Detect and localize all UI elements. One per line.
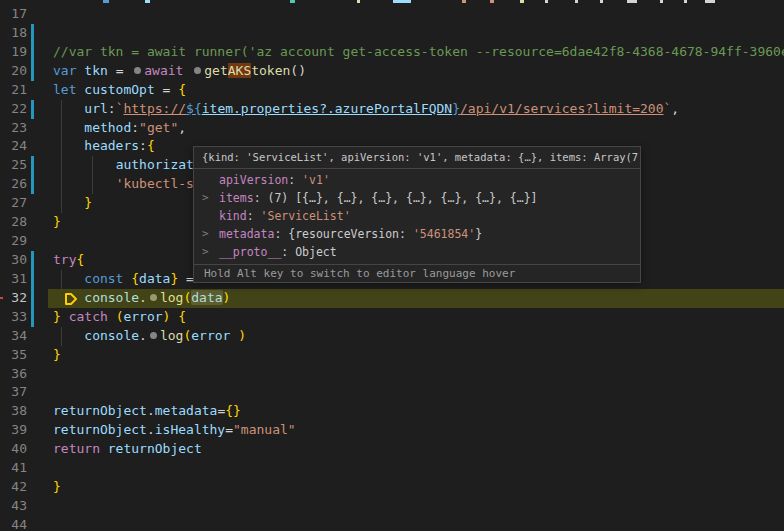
code-line-content[interactable]: method:"get", — [53, 119, 186, 138]
clipped-code-fragment — [462, 0, 466, 3]
code-line-content[interactable]: } — [53, 346, 61, 365]
code-line-20: 20var tkn = await getAKStoken() — [0, 62, 784, 81]
tooltip-property-row[interactable]: kind: 'ServiceList' — [194, 207, 640, 225]
line-number[interactable]: 24 — [0, 137, 27, 156]
line-number[interactable]: 43 — [0, 497, 27, 516]
code-line-content[interactable]: } — [53, 213, 61, 232]
code-line-content[interactable]: url:`https://${item.properties?.azurePor… — [53, 100, 679, 119]
line-number[interactable]: 44 — [0, 516, 27, 531]
code-line-content[interactable]: //var tkn = await runner('az account get… — [53, 43, 784, 62]
code-token: . — [147, 422, 155, 437]
clipped-code-fragment — [684, 0, 687, 3]
tooltip-token: Object — [295, 245, 337, 259]
code-token: metadata — [155, 403, 218, 418]
inline-breakpoint-dot[interactable] — [150, 332, 157, 339]
code-token: data — [191, 290, 222, 305]
line-number[interactable]: 41 — [0, 459, 27, 478]
line-number[interactable]: 28 — [0, 213, 27, 232]
inline-breakpoint-dot[interactable] — [194, 67, 201, 74]
line-number[interactable]: 38 — [0, 402, 27, 421]
line-number[interactable]: 30 — [0, 251, 27, 270]
tooltip-property-row[interactable]: >metadata: {resourceVersion: '5461854'} — [194, 225, 640, 243]
line-number[interactable]: 33 — [0, 308, 27, 327]
gutter-modified-indicator — [31, 251, 34, 270]
inline-breakpoint-dot[interactable] — [134, 67, 141, 74]
code-token: : — [108, 101, 116, 116]
line-number[interactable]: 19 — [0, 43, 27, 62]
code-line-content[interactable]: const {data} = — [53, 270, 202, 289]
code-token: : — [131, 120, 139, 135]
line-number[interactable]: 32 — [0, 289, 27, 308]
code-token: const — [84, 271, 131, 286]
breakpoint-marker-partial — [0, 297, 3, 299]
line-number[interactable]: 22 — [0, 100, 27, 119]
line-number[interactable]: 20 — [0, 62, 27, 81]
code-line-content[interactable]: console.log(data) — [53, 289, 230, 308]
code-line-content[interactable]: } — [53, 194, 92, 213]
tooltip-property-row[interactable]: >__proto__: Object — [194, 243, 640, 261]
code-line-content[interactable]: try{ — [53, 251, 84, 270]
clipped-code-fragment — [575, 0, 578, 3]
clipped-code-fragment — [490, 0, 494, 3]
debug-hover-tooltip: {kind: 'ServiceList', apiVersion: 'v1', … — [193, 146, 641, 283]
code-line-content[interactable]: 'kubectl-s — [53, 175, 194, 194]
code-line-content[interactable]: headers:{ — [53, 137, 155, 156]
code-token: AKS — [228, 63, 251, 78]
tooltip-property-row[interactable]: >items: (7) [{…}, {…}, {…}, {…}, {…}, {…… — [194, 189, 640, 207]
tooltip-token: kind — [219, 209, 247, 223]
line-number[interactable]: 17 — [0, 5, 27, 24]
line-number[interactable]: 23 — [0, 119, 27, 138]
line-number[interactable]: 39 — [0, 421, 27, 440]
line-number[interactable]: 25 — [0, 156, 27, 175]
line-number[interactable]: 29 — [0, 232, 27, 251]
chevron-expand-icon[interactable]: > — [202, 243, 209, 261]
line-number[interactable]: 35 — [0, 346, 27, 365]
code-line-content[interactable]: returnObject.isHealthy="manual" — [53, 421, 296, 440]
clipped-code-fragment — [545, 0, 548, 3]
line-number[interactable]: 21 — [0, 81, 27, 100]
code-line-17: 17 — [0, 5, 784, 24]
tooltip-footer-hint: Hold Alt key to switch to editor languag… — [194, 264, 640, 282]
chevron-expand-icon[interactable]: > — [202, 189, 209, 207]
code-line-content[interactable]: returnObject.metadata={} — [53, 402, 241, 421]
code-line-content[interactable]: } — [53, 478, 61, 497]
line-number[interactable]: 26 — [0, 175, 27, 194]
code-line-content[interactable]: return returnObject — [53, 440, 202, 459]
line-number[interactable]: 40 — [0, 440, 27, 459]
code-line-content[interactable]: } catch (error) { — [53, 308, 186, 327]
gutter-modified-indicator — [31, 100, 34, 119]
code-line-44: 44 — [0, 516, 784, 531]
code-token: log — [160, 328, 183, 343]
inline-breakpoint-dot[interactable] — [150, 294, 157, 301]
line-number[interactable]: 36 — [0, 365, 27, 384]
line-number[interactable]: 34 — [0, 327, 27, 346]
code-token — [53, 176, 116, 191]
code-line-41: 41 — [0, 459, 784, 478]
code-token: data — [139, 271, 170, 286]
clipped-code-fragment — [393, 0, 411, 3]
line-number[interactable]: 31 — [0, 270, 27, 289]
code-token: } — [53, 479, 61, 494]
code-token: console — [84, 290, 139, 305]
line-number[interactable]: 42 — [0, 478, 27, 497]
line-number[interactable]: 37 — [0, 383, 27, 402]
code-line-content[interactable]: let customOpt = { — [53, 81, 186, 100]
line-number[interactable]: 18 — [0, 24, 27, 43]
code-token: } — [53, 214, 61, 229]
tooltip-token: 'v1' — [302, 173, 330, 187]
line-number[interactable]: 27 — [0, 194, 27, 213]
code-line-content[interactable]: authorizat — [53, 156, 194, 175]
tooltip-property-row[interactable]: apiVersion: 'v1' — [194, 171, 640, 189]
code-token: } — [53, 309, 69, 324]
code-line-21: 21let customOpt = { — [0, 81, 784, 100]
tooltip-token: : — [288, 173, 302, 187]
code-line-content[interactable]: var tkn = await getAKStoken() — [53, 62, 306, 81]
code-token: } — [84, 195, 92, 210]
code-token: . — [139, 290, 147, 305]
code-token: error — [191, 328, 238, 343]
clipped-code-fragment — [145, 0, 150, 3]
tooltip-token: : — [274, 227, 288, 241]
tooltip-token: 'ServiceList' — [261, 209, 351, 223]
chevron-expand-icon[interactable]: > — [202, 225, 209, 243]
code-line-content[interactable]: console.log(error ) — [53, 327, 246, 346]
